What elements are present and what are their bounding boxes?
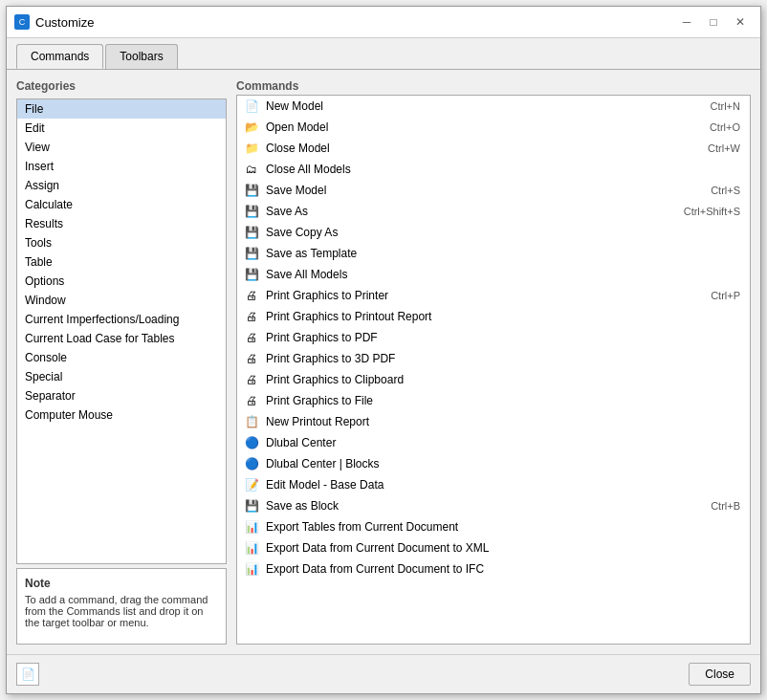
command-name-export-tables-current: Export Tables from Current Document [266, 520, 734, 534]
command-icon-save-all-models: 💾 [243, 266, 260, 283]
bottom-icon-button[interactable]: 📄 [16, 663, 39, 686]
command-icon-print-graphics-printer: 🖨 [243, 287, 260, 304]
command-item-print-graphics-pdf[interactable]: 🖨Print Graphics to PDF [237, 327, 750, 348]
category-item-options[interactable]: Options [17, 272, 226, 291]
close-button[interactable]: Close [689, 663, 751, 686]
category-item-window[interactable]: Window [17, 291, 226, 310]
command-shortcut-open-model: Ctrl+O [710, 121, 744, 133]
command-item-export-data-xml[interactable]: 📊Export Data from Current Document to XM… [237, 537, 750, 558]
command-icon-print-graphics-clipboard: 🖨 [243, 371, 260, 388]
command-name-save-all-models: Save All Models [266, 268, 734, 281]
note-text: To add a command, drag the command from … [25, 594, 218, 628]
main-window: C Customize ─ □ ✕ Commands Toolbars Cate… [6, 6, 761, 694]
command-icon-save-model: 💾 [243, 182, 260, 199]
title-controls: ─ □ ✕ [674, 12, 753, 32]
command-shortcut-close-model: Ctrl+W [708, 142, 744, 154]
category-item-separator[interactable]: Separator [17, 386, 226, 405]
content-area: Categories FileEditViewInsertAssignCalcu… [7, 70, 760, 654]
command-name-edit-model-base-data: Edit Model - Base Data [266, 478, 734, 492]
command-item-print-graphics-file[interactable]: 🖨Print Graphics to File [237, 390, 750, 411]
command-name-print-graphics-clipboard: Print Graphics to Clipboard [266, 373, 734, 386]
command-name-print-graphics-printer: Print Graphics to Printer [266, 289, 705, 302]
category-item-view[interactable]: View [17, 138, 226, 157]
command-item-new-model[interactable]: 📄New ModelCtrl+N [237, 96, 750, 117]
command-icon-export-data-ifc: 📊 [243, 560, 260, 578]
command-item-save-copy-as[interactable]: 💾Save Copy As [237, 222, 750, 243]
categories-label: Categories [16, 79, 227, 93]
category-item-calculate[interactable]: Calculate [17, 195, 226, 214]
command-name-save-as-block: Save as Block [266, 499, 705, 513]
tab-commands[interactable]: Commands [16, 44, 103, 69]
command-item-print-graphics-3d-pdf[interactable]: 🖨Print Graphics to 3D PDF [237, 348, 750, 369]
category-item-current-imperfections[interactable]: Current Imperfections/Loading [17, 310, 226, 329]
command-item-export-tables-current[interactable]: 📊Export Tables from Current Document [237, 516, 750, 537]
tab-toolbars[interactable]: Toolbars [105, 44, 177, 69]
left-panel: Categories FileEditViewInsertAssignCalcu… [16, 79, 227, 645]
command-item-print-graphics-printer[interactable]: 🖨Print Graphics to PrinterCtrl+P [237, 285, 750, 306]
command-shortcut-new-model: Ctrl+N [711, 100, 744, 112]
command-item-save-model[interactable]: 💾Save ModelCtrl+S [237, 180, 750, 201]
minimize-button[interactable]: ─ [674, 12, 699, 32]
title-bar-left: C Customize [14, 14, 94, 30]
command-name-open-model: Open Model [266, 120, 704, 134]
command-icon-new-model: 📄 [243, 98, 260, 115]
category-item-file[interactable]: File [17, 99, 226, 119]
command-item-dlubal-center[interactable]: 🔵Dlubal Center [237, 432, 750, 453]
category-item-table[interactable]: Table [17, 252, 226, 272]
window-close-button[interactable]: ✕ [728, 12, 753, 32]
command-name-print-graphics-pdf: Print Graphics to PDF [266, 331, 734, 344]
note-box: Note To add a command, drag the command … [16, 568, 227, 645]
command-icon-print-graphics-file: 🖨 [243, 392, 260, 409]
command-item-print-graphics-printout[interactable]: 🖨Print Graphics to Printout Report [237, 306, 750, 327]
category-item-tools[interactable]: Tools [17, 233, 226, 252]
command-icon-open-model: 📂 [243, 119, 260, 136]
category-item-edit[interactable]: Edit [17, 119, 226, 138]
command-name-print-graphics-3d-pdf: Print Graphics to 3D PDF [266, 352, 734, 365]
command-item-close-all-models[interactable]: 🗂Close All Models [237, 159, 750, 180]
command-item-print-graphics-clipboard[interactable]: 🖨Print Graphics to Clipboard [237, 369, 750, 390]
command-name-save-as-template: Save as Template [266, 247, 734, 260]
category-item-console[interactable]: Console [17, 348, 226, 367]
command-item-edit-model-base-data[interactable]: 📝Edit Model - Base Data [237, 474, 750, 495]
bottom-bar: 📄 Close [7, 654, 760, 693]
command-item-dlubal-center-blocks[interactable]: 🔵Dlubal Center | Blocks [237, 453, 750, 474]
command-icon-save-as: 💾 [243, 203, 260, 220]
maximize-button[interactable]: □ [701, 12, 726, 32]
category-item-insert[interactable]: Insert [17, 157, 226, 176]
command-name-dlubal-center-blocks: Dlubal Center | Blocks [266, 457, 734, 470]
command-item-save-all-models[interactable]: 💾Save All Models [237, 264, 750, 285]
app-icon: C [14, 14, 30, 30]
command-item-save-as-template[interactable]: 💾Save as Template [237, 243, 750, 264]
command-name-export-data-ifc: Export Data from Current Document to IFC [266, 562, 734, 576]
command-icon-export-data-xml: 📊 [243, 539, 260, 557]
command-item-new-printout-report[interactable]: 📋New Printout Report [237, 411, 750, 432]
category-item-special[interactable]: Special [17, 367, 226, 386]
category-list: FileEditViewInsertAssignCalculateResults… [16, 98, 227, 564]
command-icon-close-all-models: 🗂 [243, 161, 260, 178]
command-name-save-model: Save Model [266, 184, 705, 197]
command-item-export-data-ifc[interactable]: 📊Export Data from Current Document to IF… [237, 558, 750, 580]
command-name-close-model: Close Model [266, 142, 702, 155]
category-item-current-load-case[interactable]: Current Load Case for Tables [17, 329, 226, 348]
tabs-bar: Commands Toolbars [7, 38, 760, 70]
category-item-computer-mouse[interactable]: Computer Mouse [17, 405, 226, 425]
command-item-save-as[interactable]: 💾Save AsCtrl+Shift+S [237, 201, 750, 222]
command-name-print-graphics-printout: Print Graphics to Printout Report [266, 310, 734, 323]
command-shortcut-save-as: Ctrl+Shift+S [684, 206, 744, 217]
command-item-close-model[interactable]: 📁Close ModelCtrl+W [237, 138, 750, 159]
right-panel: Commands 📄New ModelCtrl+N📂Open ModelCtrl… [236, 79, 751, 645]
command-icon-print-graphics-pdf: 🖨 [243, 329, 260, 346]
category-item-assign[interactable]: Assign [17, 176, 226, 195]
command-item-open-model[interactable]: 📂Open ModelCtrl+O [237, 117, 750, 138]
command-shortcut-save-model: Ctrl+S [711, 185, 744, 196]
command-icon-dlubal-center-blocks: 🔵 [243, 455, 260, 472]
command-icon-save-copy-as: 💾 [243, 224, 260, 241]
command-name-close-all-models: Close All Models [266, 163, 734, 176]
command-item-save-as-block[interactable]: 💾Save as BlockCtrl+B [237, 495, 750, 516]
category-item-results[interactable]: Results [17, 214, 226, 233]
command-icon-export-tables-current: 📊 [243, 518, 260, 536]
command-icon-save-as-template: 💾 [243, 245, 260, 262]
command-shortcut-print-graphics-printer: Ctrl+P [711, 290, 744, 301]
command-icon-edit-model-base-data: 📝 [243, 476, 260, 493]
commands-list: 📄New ModelCtrl+N📂Open ModelCtrl+O📁Close … [236, 95, 751, 645]
